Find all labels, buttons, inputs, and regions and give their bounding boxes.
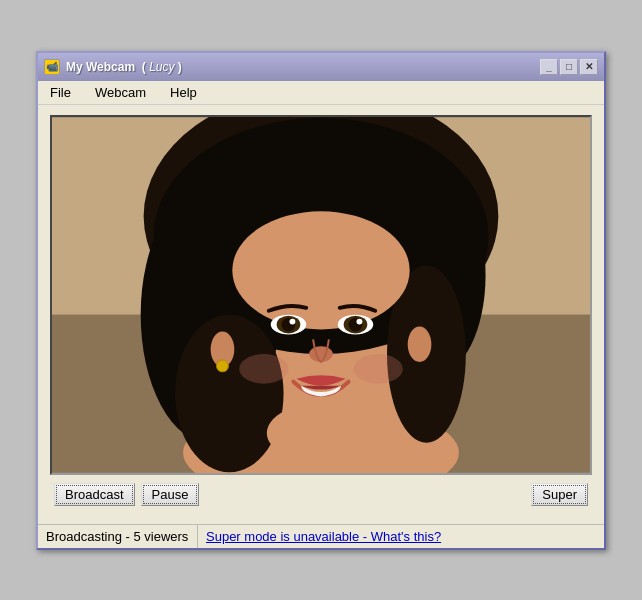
svg-point-16 — [289, 318, 295, 324]
svg-point-21 — [309, 346, 333, 362]
menu-webcam[interactable]: Webcam — [89, 83, 152, 102]
window-controls: _ □ ✕ — [540, 59, 598, 75]
title-main: My Webcam — [66, 60, 135, 74]
svg-point-20 — [356, 318, 362, 324]
menu-help[interactable]: Help — [164, 83, 203, 102]
app-window: 📹 My Webcam ( Lucy ) _ □ ✕ File Webcam H… — [36, 51, 606, 550]
svg-point-25 — [408, 326, 432, 361]
maximize-button[interactable]: □ — [560, 59, 578, 75]
title-user: Lucy — [149, 60, 174, 74]
app-icon: 📹 — [44, 59, 60, 75]
status-super-info: Super mode is unavailable - What's this? — [198, 525, 604, 548]
status-viewers: Broadcasting - 5 viewers — [38, 525, 198, 548]
video-feed — [50, 115, 592, 475]
controls-row: Broadcast Pause Super — [50, 475, 592, 514]
svg-point-22 — [239, 354, 288, 384]
close-button[interactable]: ✕ — [580, 59, 598, 75]
title-bar: 📹 My Webcam ( Lucy ) _ □ ✕ — [38, 53, 604, 81]
super-mode-link[interactable]: Super mode is unavailable - What's this? — [206, 529, 441, 544]
svg-point-12 — [232, 211, 409, 329]
minimize-button[interactable]: _ — [540, 59, 558, 75]
svg-point-26 — [217, 360, 229, 372]
broadcast-button[interactable]: Broadcast — [54, 483, 135, 506]
title-bar-left: 📹 My Webcam ( Lucy ) — [44, 59, 182, 75]
webcam-image — [52, 117, 590, 473]
window-title: My Webcam ( Lucy ) — [66, 60, 182, 74]
pause-button[interactable]: Pause — [141, 483, 200, 506]
status-bar: Broadcasting - 5 viewers Super mode is u… — [38, 524, 604, 548]
super-button[interactable]: Super — [531, 483, 588, 506]
menu-file[interactable]: File — [44, 83, 77, 102]
svg-point-23 — [354, 354, 403, 384]
menu-bar: File Webcam Help — [38, 81, 604, 105]
svg-point-27 — [267, 403, 375, 462]
main-content: Broadcast Pause Super — [38, 105, 604, 524]
